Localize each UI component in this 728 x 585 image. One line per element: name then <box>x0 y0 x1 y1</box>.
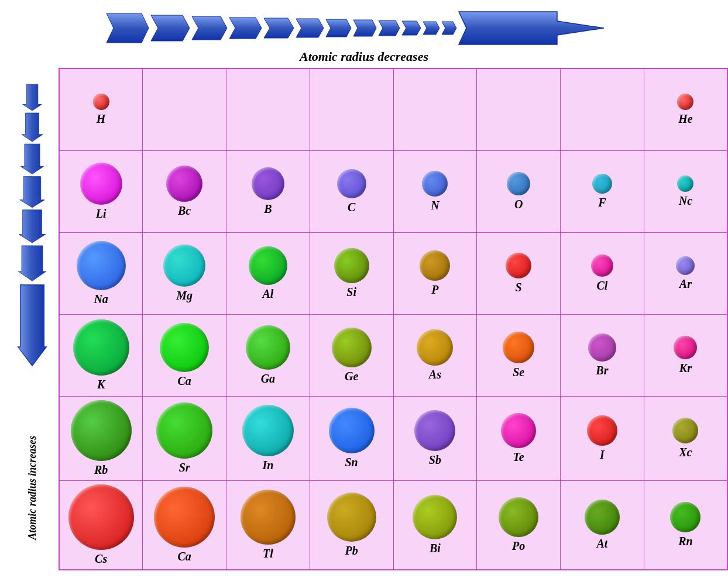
element-cell: Sr <box>145 402 224 474</box>
atom-ball <box>73 319 129 376</box>
table-cell: In <box>226 396 310 480</box>
atom-ball <box>166 166 202 202</box>
element-cell: B <box>229 167 307 216</box>
table-cell: At <box>561 480 644 570</box>
element-cell: Cl <box>563 254 641 292</box>
table-cell: Bc <box>143 150 226 232</box>
atom-ball <box>160 323 209 372</box>
element-cell: K <box>62 319 140 391</box>
element-cell: C <box>313 169 391 214</box>
atom-ball <box>417 329 453 366</box>
table-cell: Sr <box>143 396 226 480</box>
element-cell: Nc <box>647 176 724 208</box>
element-cell: Ga <box>229 325 307 386</box>
element-cell: Bi <box>396 495 475 555</box>
atom-ball <box>337 169 366 198</box>
element-symbol: Pb <box>345 544 358 558</box>
element-symbol: H <box>97 112 106 126</box>
table-cell: Pb <box>310 480 393 570</box>
atom-ball <box>242 405 294 456</box>
element-symbol: C <box>348 201 355 214</box>
element-symbol: Ar <box>679 277 692 291</box>
table-cell: B <box>226 150 310 232</box>
horizontal-arrow-area: Atomic radius decreases <box>0 0 728 64</box>
element-symbol: I <box>600 448 605 462</box>
vertical-arrow-svg <box>15 80 50 414</box>
element-symbol: Te <box>513 450 524 464</box>
element-cell: In <box>229 405 307 472</box>
table-cell <box>393 68 477 150</box>
element-cell: Te <box>479 413 558 464</box>
svg-marker-1 <box>151 15 190 41</box>
atom-ball <box>156 402 212 459</box>
table-cell: Cs <box>59 480 143 570</box>
svg-marker-4 <box>264 18 294 38</box>
element-symbol: Bi <box>430 542 441 555</box>
table-cell <box>477 68 561 150</box>
element-symbol: At <box>596 537 607 550</box>
atom-ball <box>93 94 109 110</box>
element-symbol: He <box>678 112 692 126</box>
element-symbol: Na <box>94 292 108 306</box>
element-cell: Mg <box>145 245 224 302</box>
element-symbol: In <box>262 459 273 472</box>
atom-ball <box>676 256 695 275</box>
table-cell: I <box>561 396 644 480</box>
atom-ball <box>249 246 287 285</box>
element-cell: Sb <box>396 410 475 467</box>
element-symbol: O <box>514 198 523 211</box>
atom-ball <box>154 487 215 548</box>
table-cell <box>561 68 644 150</box>
atom-ball <box>591 254 613 277</box>
element-symbol: Ge <box>345 370 358 383</box>
atom-ball <box>507 172 530 195</box>
atom-ball <box>592 174 612 194</box>
table-cell: Ge <box>310 314 393 396</box>
element-symbol: Si <box>346 285 356 299</box>
element-cell: Se <box>479 332 558 379</box>
element-symbol: N <box>431 199 439 212</box>
table-cell: Li <box>59 150 143 232</box>
element-cell: P <box>396 250 475 297</box>
element-cell: Ar <box>647 256 724 291</box>
svg-marker-14 <box>22 113 43 142</box>
atom-ball <box>163 245 205 287</box>
table-cell: Po <box>477 480 561 570</box>
table-cell: As <box>393 314 477 396</box>
vertical-arrow-label: Atomic radius increases <box>26 416 39 559</box>
atom-ball <box>80 163 122 205</box>
horizontal-arrow-graphic <box>101 11 627 46</box>
element-symbol: Bc <box>178 204 191 218</box>
atom-ball <box>329 408 375 453</box>
svg-marker-3 <box>229 18 262 39</box>
table-cell: P <box>393 232 477 314</box>
svg-marker-12 <box>459 12 604 44</box>
element-symbol: Br <box>596 364 608 377</box>
svg-marker-7 <box>353 20 376 36</box>
atom-ball <box>422 171 448 197</box>
element-symbol: Xc <box>679 446 692 459</box>
element-symbol: Tl <box>263 547 273 560</box>
element-symbol: Se <box>513 366 524 379</box>
element-symbol: S <box>516 281 522 294</box>
table-cell: S <box>477 232 561 314</box>
element-symbol: Ga <box>261 372 275 386</box>
table-cell: Rn <box>644 480 727 570</box>
table-cell: Nc <box>644 150 727 232</box>
table-cell: Se <box>477 314 561 396</box>
element-cell: As <box>396 329 475 381</box>
element-symbol: P <box>431 283 438 297</box>
svg-marker-13 <box>23 84 42 111</box>
element-symbol: Po <box>512 539 525 553</box>
horizontal-arrow-title: Atomic radius decreases <box>300 49 428 64</box>
table-cell <box>226 68 310 150</box>
atom-ball <box>587 415 617 446</box>
table-cell: N <box>393 150 477 232</box>
element-symbol: Sr <box>179 461 190 474</box>
table-cell: F <box>561 150 644 232</box>
table-cell: Xc <box>644 396 727 480</box>
atom-ball <box>501 413 536 448</box>
element-cell: N <box>396 171 475 212</box>
atom-ball <box>677 94 693 110</box>
table-cell: Ar <box>644 232 727 314</box>
